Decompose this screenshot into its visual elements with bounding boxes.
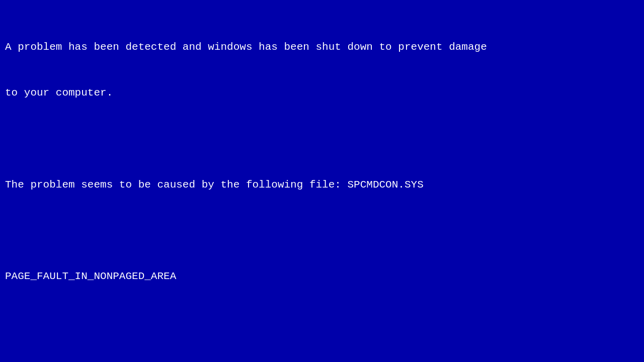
bsod-line-1: A problem has been detected and windows … [5,40,639,55]
bsod-line-2: to your computer. [5,85,639,101]
bsod-line-7 [5,315,639,330]
bsod-line-6: PAGE_FAULT_IN_NONPAGED_AREA [5,269,639,284]
bsod-line-5 [5,223,639,238]
bsod-screen: A problem has been detected and windows … [0,0,644,362]
bsod-line-4: The problem seems to be caused by the fo… [5,177,639,193]
bsod-line-3 [5,132,639,147]
